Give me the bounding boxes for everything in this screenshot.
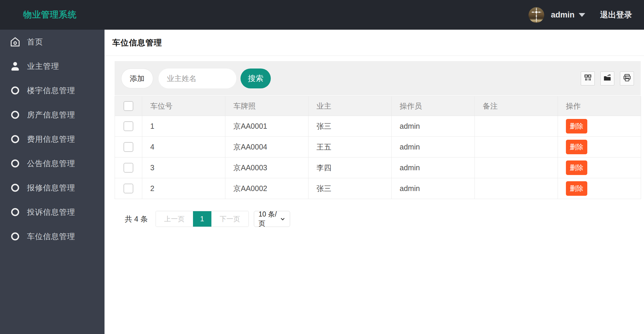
delete-button[interactable]: 删除 <box>566 160 587 175</box>
print-icon <box>623 73 632 83</box>
circle-icon <box>9 182 21 194</box>
sidebar-item-7[interactable]: 投诉信息管理 <box>0 200 105 224</box>
circle-icon <box>9 85 21 96</box>
export-button[interactable] <box>600 71 614 85</box>
search-button[interactable]: 搜索 <box>240 69 271 88</box>
column-header: 操作员 <box>392 96 475 116</box>
delete-button[interactable]: 删除 <box>566 119 587 133</box>
table-cell <box>475 137 558 158</box>
table-cell: 1 <box>142 116 225 137</box>
table-cell: 京AA0003 <box>225 158 308 178</box>
username: admin <box>551 10 575 20</box>
total-count: 共 4 条 <box>125 214 148 224</box>
avatar-image <box>529 7 544 23</box>
logout-button[interactable]: 退出登录 <box>600 9 632 20</box>
sidebar-item-1[interactable]: 业主管理 <box>0 54 105 78</box>
table-cell <box>475 116 558 137</box>
columns-toggle-button[interactable] <box>581 71 595 85</box>
app-title: 物业管理系统 <box>23 9 77 21</box>
table-cell: 3 <box>142 158 225 178</box>
export-icon <box>603 73 612 83</box>
pagination: 共 4 条 上一页 1 下一页 10 条/页 <box>125 211 641 227</box>
circle-icon <box>9 109 21 121</box>
table-cell: 京AA0002 <box>225 178 308 199</box>
sidebar-item-label: 报修信息管理 <box>27 183 75 193</box>
delete-button[interactable]: 删除 <box>566 181 587 196</box>
sidebar-item-label: 费用信息管理 <box>27 134 75 144</box>
sidebar-item-label: 楼宇信息管理 <box>27 85 75 96</box>
topbar: 物业管理系统 <box>0 0 644 30</box>
row-checkbox[interactable] <box>124 121 133 131</box>
sidebar-item-8[interactable]: 车位信息管理 <box>0 224 105 249</box>
main-content: 车位信息管理 添加 搜索 <box>105 30 644 334</box>
table-cell: 张三 <box>308 116 392 137</box>
row-checkbox[interactable] <box>124 184 133 193</box>
prev-page-button[interactable]: 上一页 <box>156 211 193 227</box>
title-bar: 车位信息管理 <box>105 30 644 56</box>
table-cell: admin <box>392 137 475 158</box>
table-cell: 京AA0004 <box>225 137 308 158</box>
column-header: 业主 <box>308 96 392 116</box>
page-size-select[interactable]: 10 条/页 <box>254 211 290 227</box>
sidebar-item-2[interactable]: 楼宇信息管理 <box>0 78 105 103</box>
sidebar-item-6[interactable]: 报修信息管理 <box>0 176 105 200</box>
sidebar-menu: 首页业主管理楼宇信息管理房产信息管理费用信息管理公告信息管理报修信息管理投诉信息… <box>0 30 105 249</box>
table-cell <box>475 158 558 178</box>
toolbar: 添加 搜索 <box>115 61 641 96</box>
column-header: 车牌照 <box>225 96 308 116</box>
table-row: 4京AA0004王五admin删除 <box>115 137 641 158</box>
sidebar: 首页业主管理楼宇信息管理房产信息管理费用信息管理公告信息管理报修信息管理投诉信息… <box>0 30 105 334</box>
sidebar-item-label: 首页 <box>27 37 43 47</box>
table-cell: admin <box>392 178 475 199</box>
next-page-button[interactable]: 下一页 <box>211 211 249 227</box>
sidebar-item-label: 投诉信息管理 <box>27 207 75 217</box>
circle-icon <box>9 158 21 169</box>
caret-down-icon <box>579 13 585 17</box>
table-row: 1京AA0001张三admin删除 <box>115 116 641 137</box>
table-row: 2京AA0002张三admin删除 <box>115 178 641 199</box>
table-cell: 张三 <box>308 178 392 199</box>
circle-icon <box>9 133 21 145</box>
table-cell: 2 <box>142 178 225 199</box>
sidebar-item-3[interactable]: 房产信息管理 <box>0 103 105 127</box>
page-title: 车位信息管理 <box>112 37 162 48</box>
table-cell: admin <box>392 158 475 178</box>
row-checkbox[interactable] <box>124 142 133 152</box>
topbar-right: admin 退出登录 <box>529 7 632 23</box>
search-input[interactable] <box>159 69 236 88</box>
current-page-button[interactable]: 1 <box>193 211 211 227</box>
user-menu[interactable]: admin <box>551 10 585 20</box>
home-icon <box>9 36 21 48</box>
delete-button[interactable]: 删除 <box>566 140 587 154</box>
column-header: 备注 <box>475 96 558 116</box>
table-cell: 京AA0001 <box>225 116 308 137</box>
print-button[interactable] <box>620 71 634 85</box>
chevron-down-icon <box>279 216 286 222</box>
table-cell: 李四 <box>308 158 392 178</box>
select-all-checkbox[interactable] <box>124 101 133 111</box>
sidebar-item-label: 公告信息管理 <box>27 158 75 169</box>
sidebar-item-5[interactable]: 公告信息管理 <box>0 151 105 176</box>
add-button[interactable]: 添加 <box>121 69 153 88</box>
pager: 上一页 1 下一页 <box>156 211 249 227</box>
table-cell: 王五 <box>308 137 392 158</box>
column-header: 车位号 <box>142 96 225 116</box>
row-checkbox[interactable] <box>124 163 133 173</box>
columns-icon <box>583 73 592 83</box>
avatar[interactable] <box>529 7 544 23</box>
circle-icon <box>9 230 21 242</box>
parking-table: 车位号车牌照业主操作员备注操作 1京AA0001张三admin删除4京AA000… <box>115 96 641 199</box>
user-icon <box>9 60 21 72</box>
sidebar-item-4[interactable]: 费用信息管理 <box>0 127 105 151</box>
table-cell: 4 <box>142 137 225 158</box>
page-size-value: 10 条/页 <box>259 210 279 228</box>
table-cell: admin <box>392 116 475 137</box>
column-header: 操作 <box>558 96 641 116</box>
table-row: 3京AA0003李四admin删除 <box>115 158 641 178</box>
sidebar-item-label: 房产信息管理 <box>27 110 75 120</box>
circle-icon <box>9 206 21 218</box>
toolbar-icon-group <box>581 71 634 85</box>
sidebar-item-0[interactable]: 首页 <box>0 30 105 54</box>
table-cell <box>475 178 558 199</box>
table-header-row: 车位号车牌照业主操作员备注操作 <box>115 96 641 116</box>
